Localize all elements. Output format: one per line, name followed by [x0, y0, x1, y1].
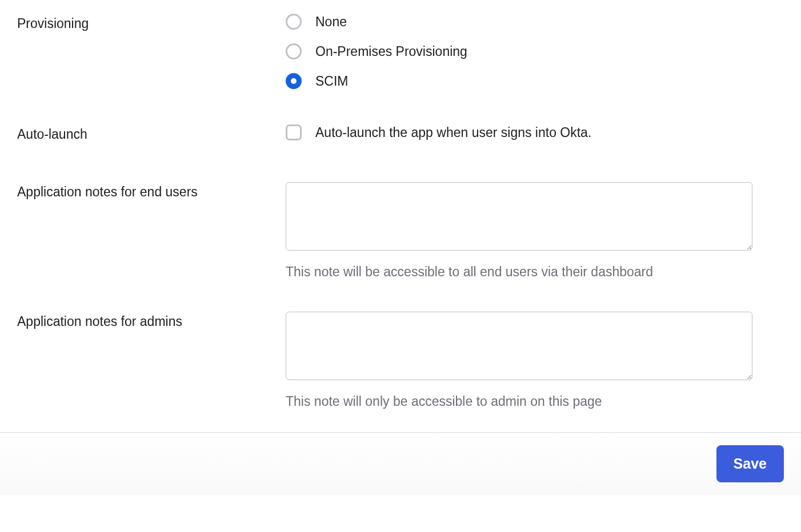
notes-end-users-control: This note will be accessible to all end … — [286, 182, 784, 280]
provisioning-option-none[interactable]: None — [286, 14, 784, 30]
notes-admins-label: Application notes for admins — [17, 312, 286, 329]
save-button[interactable]: Save — [716, 445, 784, 482]
notes-end-users-row: Application notes for end users This not… — [17, 182, 784, 280]
provisioning-label: Provisioning — [17, 14, 286, 31]
provisioning-option-on-premises[interactable]: On-Premises Provisioning — [286, 43, 784, 59]
radio-icon — [286, 73, 302, 89]
provisioning-option-scim[interactable]: SCIM — [286, 73, 784, 89]
auto-launch-row: Auto-launch Auto-launch the app when use… — [17, 124, 784, 142]
auto-launch-checkbox[interactable]: Auto-launch the app when user signs into… — [286, 124, 784, 140]
notes-admins-control: This note will only be accessible to adm… — [286, 312, 784, 409]
notes-admins-helper: This note will only be accessible to adm… — [286, 394, 784, 409]
footer-bar: Save — [0, 432, 801, 495]
settings-form: Provisioning None On-Premises Provisioni… — [0, 0, 801, 409]
radio-icon — [286, 14, 302, 30]
radio-label: SCIM — [315, 74, 349, 89]
notes-end-users-label: Application notes for end users — [17, 182, 286, 200]
auto-launch-label: Auto-launch — [17, 124, 286, 142]
checkbox-label: Auto-launch the app when user signs into… — [315, 125, 591, 140]
radio-label: None — [315, 14, 347, 30]
auto-launch-control: Auto-launch the app when user signs into… — [286, 124, 784, 140]
notes-admins-textarea[interactable] — [286, 312, 752, 380]
provisioning-radio-group: None On-Premises Provisioning SCIM — [286, 14, 784, 89]
notes-end-users-textarea[interactable] — [286, 182, 752, 251]
notes-admins-row: Application notes for admins This note w… — [17, 312, 784, 409]
radio-icon — [286, 43, 302, 59]
radio-label: On-Premises Provisioning — [315, 44, 467, 59]
provisioning-row: Provisioning None On-Premises Provisioni… — [17, 14, 784, 89]
notes-end-users-helper: This note will be accessible to all end … — [286, 264, 784, 280]
checkbox-icon — [286, 124, 302, 140]
